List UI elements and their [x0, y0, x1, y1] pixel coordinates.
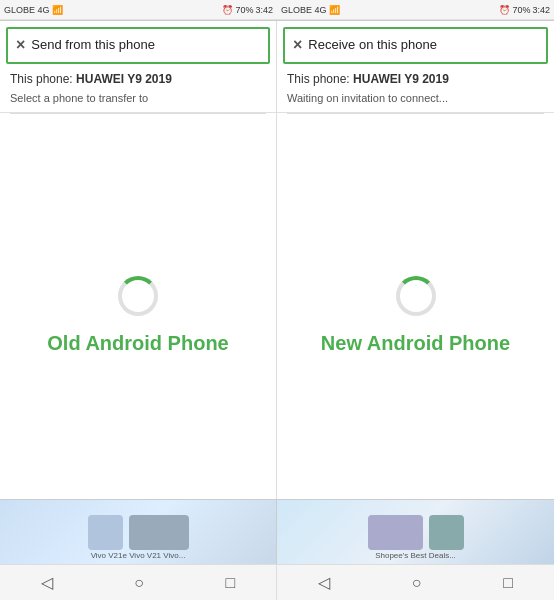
nav-right: ◁ ○ □: [277, 565, 554, 600]
ad-thumb-3: [368, 515, 423, 550]
signal-icons-left: 📶: [52, 5, 63, 15]
send-phone-info-label: This phone:: [10, 72, 73, 86]
status-left-info-right: GLOBE 4G 📶: [281, 5, 340, 15]
status-bar: GLOBE 4G 📶 ⏰ 70% 3:42 GLOBE 4G 📶 ⏰ 70% 3…: [0, 0, 554, 20]
ad-thumb-1: [88, 515, 123, 550]
receive-close-button[interactable]: ×: [293, 37, 302, 53]
phones-container: × Send from this phone This phone: HUAWE…: [0, 20, 554, 499]
send-close-button[interactable]: ×: [16, 37, 25, 53]
status-right-info-left: ⏰ 70% 3:42: [222, 5, 273, 15]
status-bar-right: GLOBE 4G 📶 ⏰ 70% 3:42: [277, 0, 554, 20]
ad-thumb-2: [129, 515, 189, 550]
carrier-right: GLOBE 4G: [281, 5, 327, 15]
time-left: 3:42: [255, 5, 273, 15]
ad-right[interactable]: Shopee's Best Deals...: [277, 500, 554, 564]
receive-instruction: Waiting on invitation to connect...: [277, 90, 554, 113]
nav-left: ◁ ○ □: [0, 565, 277, 600]
ad-bar: Vivo V21e Vivo V21 Vivo... Shopee's Best…: [0, 499, 554, 564]
receive-phone-name: HUAWEI Y9 2019: [353, 72, 449, 86]
receive-phone-info: This phone: HUAWEI Y9 2019: [277, 64, 554, 90]
battery-left: 70%: [235, 5, 253, 15]
alarm-icon-right: ⏰: [499, 5, 510, 15]
back-button-right[interactable]: ◁: [318, 573, 330, 592]
receive-panel-title: Receive on this phone: [308, 37, 437, 54]
recent-button-right[interactable]: □: [503, 574, 513, 592]
home-button-left[interactable]: ○: [134, 574, 144, 592]
signal-icons-right: 📶: [329, 5, 340, 15]
status-left-info: GLOBE 4G 📶: [4, 5, 63, 15]
send-spinner-area: Old Android Phone: [0, 114, 276, 499]
send-phone-label: Old Android Phone: [47, 330, 228, 356]
send-panel: × Send from this phone This phone: HUAWE…: [0, 21, 277, 499]
receive-panel-header: × Receive on this phone: [283, 27, 548, 64]
recent-button-left[interactable]: □: [226, 574, 236, 592]
battery-right: 70%: [512, 5, 530, 15]
receive-phone-info-label: This phone:: [287, 72, 350, 86]
receive-panel: × Receive on this phone This phone: HUAW…: [277, 21, 554, 499]
send-instruction: Select a phone to transfer to: [0, 90, 276, 113]
time-right: 3:42: [532, 5, 550, 15]
alarm-icon-left: ⏰: [222, 5, 233, 15]
ad-left-text: Vivo V21e Vivo V21 Vivo...: [2, 549, 274, 562]
send-phone-name: HUAWEI Y9 2019: [76, 72, 172, 86]
back-button-left[interactable]: ◁: [41, 573, 53, 592]
ad-right-text: Shopee's Best Deals...: [279, 549, 552, 562]
ad-thumb-4: [429, 515, 464, 550]
receive-spinner: [396, 276, 436, 316]
send-panel-title: Send from this phone: [31, 37, 155, 54]
receive-phone-label: New Android Phone: [321, 330, 510, 356]
nav-bar: ◁ ○ □ ◁ ○ □: [0, 564, 554, 600]
receive-spinner-area: New Android Phone: [277, 114, 554, 499]
send-spinner: [118, 276, 158, 316]
home-button-right[interactable]: ○: [412, 574, 422, 592]
send-phone-info: This phone: HUAWEI Y9 2019: [0, 64, 276, 90]
status-right-info-right: ⏰ 70% 3:42: [499, 5, 550, 15]
status-bar-left: GLOBE 4G 📶 ⏰ 70% 3:42: [0, 0, 277, 20]
send-panel-header: × Send from this phone: [6, 27, 270, 64]
carrier-left: GLOBE 4G: [4, 5, 50, 15]
ad-left[interactable]: Vivo V21e Vivo V21 Vivo...: [0, 500, 277, 564]
